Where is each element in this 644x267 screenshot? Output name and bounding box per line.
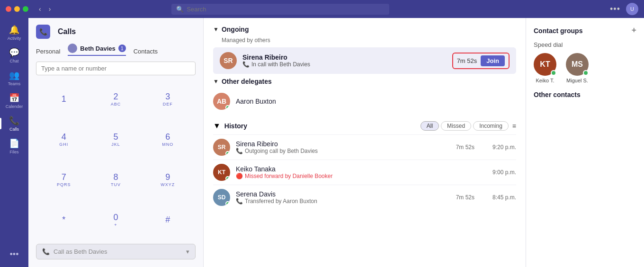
sidebar: 🔔 Activity 💬 Chat 👥 Teams 📅 Calender 📞 C…	[0, 18, 28, 267]
tab-person[interactable]: Beth Davies 1	[68, 44, 125, 56]
history-sub-missed: 🔴 Missed forward by Danielle Booker	[236, 173, 469, 179]
history-sub-text: Outgoing call by Beth Davies	[245, 148, 318, 154]
history-row: SR Sirena Ribeiro 📞 Outgoing call by Bet…	[213, 134, 516, 160]
nav-back-button[interactable]: ‹	[36, 4, 44, 14]
dial-key-8[interactable]: 8TUV	[90, 160, 142, 200]
speed-dial-miguel: MS Miguel S.	[566, 53, 589, 83]
call-time-join-box: 7m 52s Join	[452, 53, 510, 69]
maximize-button[interactable]	[23, 6, 28, 12]
dial-key-2[interactable]: 2ABC	[90, 79, 142, 119]
tab-contacts[interactable]: Contacts	[134, 47, 158, 56]
dial-key-#[interactable]: #	[142, 200, 194, 240]
title-bar-right: ••• U	[610, 3, 638, 15]
sidebar-item-calls[interactable]: 📞 Calls	[0, 113, 28, 134]
history-sub: 📞 Outgoing call by Beth Davies	[236, 148, 450, 154]
outgoing-call-icon: 📞	[236, 148, 243, 154]
call-as-button[interactable]: 📞 Call as Beth Davies ▾	[36, 244, 196, 259]
dial-key-1[interactable]: 1	[38, 79, 90, 119]
online-indicator	[225, 151, 230, 156]
sidebar-item-files[interactable]: 📄 Files	[0, 135, 28, 157]
history-chevron[interactable]: ▼	[213, 122, 221, 130]
history-sirena-avatar: SR	[213, 139, 230, 156]
tabs-row: Personal Beth Davies 1 Contacts	[28, 39, 203, 56]
contact-groups-header: Contact groups +	[534, 26, 636, 36]
calls-icon: 📞	[9, 116, 19, 126]
history-serena-info: Serena Davis 📞 Transferred by Aaron Buxt…	[236, 190, 450, 205]
dialpad-search-input[interactable]	[36, 62, 196, 75]
history-row: SD Serena Davis 📞 Transferred by Aaron B…	[213, 185, 516, 210]
ongoing-call-row: SR Sirena Ribeiro 📞 In call with Beth Da…	[213, 47, 516, 74]
delegates-section-header: ▼ Other delegates	[213, 78, 516, 85]
tab-personal[interactable]: Personal	[36, 47, 60, 56]
ongoing-section-title: Ongoing	[222, 26, 249, 33]
history-time: 8:45 p.m.	[488, 194, 516, 201]
dial-key-0[interactable]: 0+	[90, 200, 142, 240]
speed-dial-label: Speed dial	[534, 41, 636, 48]
sirena-avatar: SR	[220, 52, 237, 69]
history-sub: 📞 Transferred by Aaron Buxton	[236, 198, 450, 205]
dial-key-4[interactable]: 4GHI	[38, 119, 90, 160]
chat-icon: 💬	[9, 47, 19, 58]
calls-icon-wrap: 📞	[36, 25, 50, 39]
user-avatar[interactable]: U	[626, 3, 638, 15]
ongoing-chevron[interactable]: ▼	[213, 26, 219, 33]
filter-incoming-pill[interactable]: Incoming	[473, 121, 509, 131]
filter-icon[interactable]: ≡	[512, 122, 516, 130]
filter-missed-pill[interactable]: Missed	[441, 121, 471, 131]
call-sub-text: In call with Beth Davies	[251, 61, 310, 68]
history-sub-text: Transferred by Aaron Buxton	[245, 198, 317, 205]
files-icon: 📄	[9, 138, 19, 149]
sidebar-item-label: Files	[9, 150, 18, 154]
traffic-lights	[6, 6, 28, 12]
join-button[interactable]: Join	[481, 55, 505, 66]
dial-key-6[interactable]: 6MNO	[142, 119, 194, 160]
dial-key-9[interactable]: 9WXYZ	[142, 160, 194, 200]
close-button[interactable]	[6, 6, 11, 12]
call-as-label: Call as Beth Davies	[54, 248, 107, 255]
search-input[interactable]	[187, 6, 385, 13]
aaron-avatar: AB	[213, 93, 230, 110]
online-indicator	[225, 201, 230, 206]
dial-key-3[interactable]: 3DEF	[142, 79, 194, 119]
dial-key-7[interactable]: 7PQRS	[38, 160, 90, 200]
more-options-button[interactable]: •••	[610, 4, 620, 14]
search-bar[interactable]: 🔍	[171, 4, 389, 15]
filter-all-pill[interactable]: All	[420, 121, 439, 131]
phone-icon: 📞	[39, 28, 47, 36]
call-name: Sirena Ribeiro	[242, 53, 452, 61]
miguel-online-dot	[583, 70, 589, 76]
title-bar: ‹ › 🔍 ••• U	[0, 0, 644, 18]
history-duration: 7m 52s	[456, 144, 474, 151]
minimize-button[interactable]	[14, 6, 20, 12]
history-time: 9:00 p.m.	[488, 169, 516, 176]
sidebar-item-teams[interactable]: 👥 Teams	[0, 67, 28, 89]
delegates-chevron[interactable]: ▼	[213, 78, 219, 85]
call-sub: 📞 In call with Beth Davies	[242, 61, 452, 68]
add-contact-group-button[interactable]: +	[631, 26, 636, 36]
sidebar-item-activity[interactable]: 🔔 Activity	[0, 22, 28, 44]
nav-buttons: ‹ ›	[36, 4, 54, 14]
dial-key-*[interactable]: *	[38, 200, 90, 240]
filter-pills: All Missed Incoming	[420, 121, 509, 131]
history-serena-avatar: SD	[213, 189, 230, 206]
call-info: Sirena Ribeiro 📞 In call with Beth Davie…	[242, 53, 452, 68]
history-duration: 7m 52s	[456, 194, 474, 201]
person-tab-avatar	[68, 44, 77, 53]
person-tab-badge: 1	[118, 44, 126, 52]
online-indicator	[225, 176, 230, 181]
nav-forward-button[interactable]: ›	[46, 4, 54, 14]
dial-key-5[interactable]: 5JKL	[90, 119, 142, 160]
history-section-title: History	[224, 122, 247, 130]
sidebar-more-button[interactable]: •••	[6, 246, 23, 263]
sidebar-item-label: Chat	[9, 59, 18, 63]
miguel-sd-avatar: MS	[566, 53, 589, 76]
sidebar-item-label: Calls	[9, 127, 19, 132]
sidebar-item-label: Activity	[8, 36, 21, 41]
managed-by-label: Managed by others	[222, 37, 516, 44]
sidebar-item-calendar[interactable]: 📅 Calender	[0, 90, 28, 112]
sidebar-item-chat[interactable]: 💬 Chat	[0, 44, 28, 66]
other-contacts-title: Other contacts	[534, 91, 636, 98]
speed-dial-keiko: KT Keiko T.	[534, 53, 556, 83]
search-icon: 🔍	[176, 6, 184, 13]
history-keiko-info: Keiko Tanaka 🔴 Missed forward by Daniell…	[236, 165, 469, 179]
